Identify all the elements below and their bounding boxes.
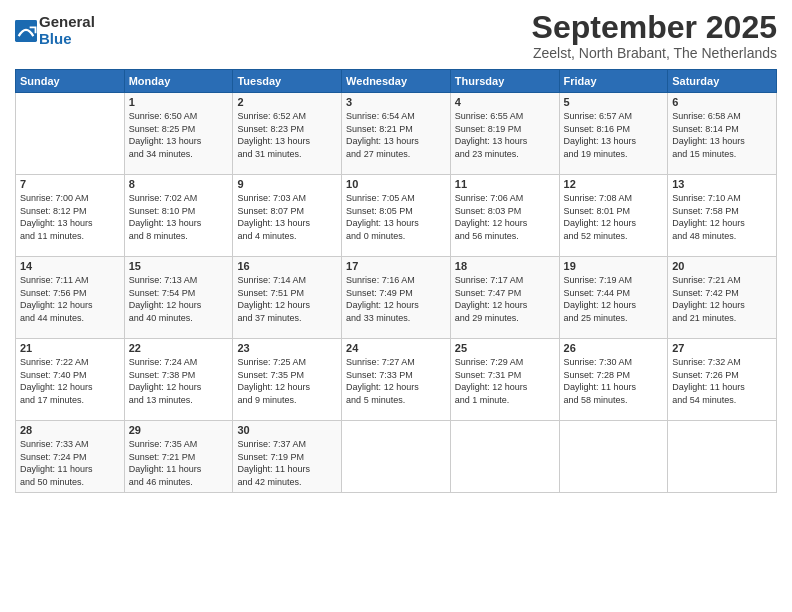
- day-info: Sunrise: 6:52 AM Sunset: 8:23 PM Dayligh…: [237, 110, 337, 160]
- calendar-header: Sunday Monday Tuesday Wednesday Thursday…: [16, 70, 777, 93]
- day-info: Sunrise: 7:17 AM Sunset: 7:47 PM Dayligh…: [455, 274, 555, 324]
- table-row: [559, 421, 668, 492]
- day-info: Sunrise: 7:29 AM Sunset: 7:31 PM Dayligh…: [455, 356, 555, 406]
- table-row: 23Sunrise: 7:25 AM Sunset: 7:35 PM Dayli…: [233, 339, 342, 421]
- header-friday: Friday: [559, 70, 668, 93]
- day-info: Sunrise: 7:06 AM Sunset: 8:03 PM Dayligh…: [455, 192, 555, 242]
- table-row: 20Sunrise: 7:21 AM Sunset: 7:42 PM Dayli…: [668, 257, 777, 339]
- table-row: 15Sunrise: 7:13 AM Sunset: 7:54 PM Dayli…: [124, 257, 233, 339]
- day-info: Sunrise: 7:25 AM Sunset: 7:35 PM Dayligh…: [237, 356, 337, 406]
- day-info: Sunrise: 6:54 AM Sunset: 8:21 PM Dayligh…: [346, 110, 446, 160]
- day-number: 22: [129, 342, 229, 354]
- table-row: 3Sunrise: 6:54 AM Sunset: 8:21 PM Daylig…: [342, 93, 451, 175]
- day-number: 1: [129, 96, 229, 108]
- day-info: Sunrise: 7:35 AM Sunset: 7:21 PM Dayligh…: [129, 438, 229, 488]
- table-row: 24Sunrise: 7:27 AM Sunset: 7:33 PM Dayli…: [342, 339, 451, 421]
- table-row: 1Sunrise: 6:50 AM Sunset: 8:25 PM Daylig…: [124, 93, 233, 175]
- day-number: 10: [346, 178, 446, 190]
- day-number: 28: [20, 424, 120, 436]
- day-info: Sunrise: 7:30 AM Sunset: 7:28 PM Dayligh…: [564, 356, 664, 406]
- day-number: 21: [20, 342, 120, 354]
- day-info: Sunrise: 6:58 AM Sunset: 8:14 PM Dayligh…: [672, 110, 772, 160]
- day-number: 2: [237, 96, 337, 108]
- day-info: Sunrise: 7:37 AM Sunset: 7:19 PM Dayligh…: [237, 438, 337, 488]
- table-row: 19Sunrise: 7:19 AM Sunset: 7:44 PM Dayli…: [559, 257, 668, 339]
- day-number: 14: [20, 260, 120, 272]
- day-number: 13: [672, 178, 772, 190]
- table-row: 16Sunrise: 7:14 AM Sunset: 7:51 PM Dayli…: [233, 257, 342, 339]
- day-info: Sunrise: 6:55 AM Sunset: 8:19 PM Dayligh…: [455, 110, 555, 160]
- header-thursday: Thursday: [450, 70, 559, 93]
- page: General Blue September 2025 Zeelst, Nort…: [0, 0, 792, 612]
- logo-icon: [15, 20, 37, 42]
- table-row: 4Sunrise: 6:55 AM Sunset: 8:19 PM Daylig…: [450, 93, 559, 175]
- table-row: 5Sunrise: 6:57 AM Sunset: 8:16 PM Daylig…: [559, 93, 668, 175]
- header: General Blue September 2025 Zeelst, Nort…: [15, 10, 777, 61]
- day-info: Sunrise: 7:33 AM Sunset: 7:24 PM Dayligh…: [20, 438, 120, 488]
- day-info: Sunrise: 7:22 AM Sunset: 7:40 PM Dayligh…: [20, 356, 120, 406]
- day-number: 26: [564, 342, 664, 354]
- table-row: 29Sunrise: 7:35 AM Sunset: 7:21 PM Dayli…: [124, 421, 233, 492]
- header-row: Sunday Monday Tuesday Wednesday Thursday…: [16, 70, 777, 93]
- day-info: Sunrise: 7:24 AM Sunset: 7:38 PM Dayligh…: [129, 356, 229, 406]
- table-row: 28Sunrise: 7:33 AM Sunset: 7:24 PM Dayli…: [16, 421, 125, 492]
- logo-blue-text: Blue: [39, 31, 95, 48]
- table-row: 22Sunrise: 7:24 AM Sunset: 7:38 PM Dayli…: [124, 339, 233, 421]
- day-info: Sunrise: 7:08 AM Sunset: 8:01 PM Dayligh…: [564, 192, 664, 242]
- day-info: Sunrise: 7:14 AM Sunset: 7:51 PM Dayligh…: [237, 274, 337, 324]
- day-number: 9: [237, 178, 337, 190]
- table-row: 7Sunrise: 7:00 AM Sunset: 8:12 PM Daylig…: [16, 175, 125, 257]
- day-number: 27: [672, 342, 772, 354]
- day-number: 11: [455, 178, 555, 190]
- table-row: 21Sunrise: 7:22 AM Sunset: 7:40 PM Dayli…: [16, 339, 125, 421]
- table-row: [668, 421, 777, 492]
- header-sunday: Sunday: [16, 70, 125, 93]
- month-title: September 2025: [532, 10, 777, 45]
- day-info: Sunrise: 7:16 AM Sunset: 7:49 PM Dayligh…: [346, 274, 446, 324]
- day-info: Sunrise: 7:10 AM Sunset: 7:58 PM Dayligh…: [672, 192, 772, 242]
- calendar-table: Sunday Monday Tuesday Wednesday Thursday…: [15, 69, 777, 492]
- table-row: 27Sunrise: 7:32 AM Sunset: 7:26 PM Dayli…: [668, 339, 777, 421]
- logo-text: General Blue: [39, 14, 95, 47]
- table-row: 8Sunrise: 7:02 AM Sunset: 8:10 PM Daylig…: [124, 175, 233, 257]
- table-row: 10Sunrise: 7:05 AM Sunset: 8:05 PM Dayli…: [342, 175, 451, 257]
- day-number: 3: [346, 96, 446, 108]
- day-info: Sunrise: 7:11 AM Sunset: 7:56 PM Dayligh…: [20, 274, 120, 324]
- day-info: Sunrise: 6:57 AM Sunset: 8:16 PM Dayligh…: [564, 110, 664, 160]
- title-block: September 2025 Zeelst, North Brabant, Th…: [532, 10, 777, 61]
- table-row: 2Sunrise: 6:52 AM Sunset: 8:23 PM Daylig…: [233, 93, 342, 175]
- day-info: Sunrise: 7:32 AM Sunset: 7:26 PM Dayligh…: [672, 356, 772, 406]
- day-number: 7: [20, 178, 120, 190]
- header-wednesday: Wednesday: [342, 70, 451, 93]
- day-number: 23: [237, 342, 337, 354]
- day-number: 25: [455, 342, 555, 354]
- location: Zeelst, North Brabant, The Netherlands: [532, 45, 777, 61]
- table-row: 18Sunrise: 7:17 AM Sunset: 7:47 PM Dayli…: [450, 257, 559, 339]
- day-number: 16: [237, 260, 337, 272]
- calendar-body: 1Sunrise: 6:50 AM Sunset: 8:25 PM Daylig…: [16, 93, 777, 492]
- day-info: Sunrise: 7:27 AM Sunset: 7:33 PM Dayligh…: [346, 356, 446, 406]
- header-saturday: Saturday: [668, 70, 777, 93]
- day-number: 4: [455, 96, 555, 108]
- day-number: 17: [346, 260, 446, 272]
- day-number: 29: [129, 424, 229, 436]
- table-row: 9Sunrise: 7:03 AM Sunset: 8:07 PM Daylig…: [233, 175, 342, 257]
- table-row: 30Sunrise: 7:37 AM Sunset: 7:19 PM Dayli…: [233, 421, 342, 492]
- table-row: 17Sunrise: 7:16 AM Sunset: 7:49 PM Dayli…: [342, 257, 451, 339]
- day-number: 12: [564, 178, 664, 190]
- day-info: Sunrise: 7:21 AM Sunset: 7:42 PM Dayligh…: [672, 274, 772, 324]
- table-row: [450, 421, 559, 492]
- day-number: 24: [346, 342, 446, 354]
- day-info: Sunrise: 7:03 AM Sunset: 8:07 PM Dayligh…: [237, 192, 337, 242]
- day-info: Sunrise: 7:02 AM Sunset: 8:10 PM Dayligh…: [129, 192, 229, 242]
- day-number: 30: [237, 424, 337, 436]
- day-number: 5: [564, 96, 664, 108]
- table-row: 12Sunrise: 7:08 AM Sunset: 8:01 PM Dayli…: [559, 175, 668, 257]
- header-monday: Monday: [124, 70, 233, 93]
- day-info: Sunrise: 7:19 AM Sunset: 7:44 PM Dayligh…: [564, 274, 664, 324]
- day-number: 15: [129, 260, 229, 272]
- day-number: 8: [129, 178, 229, 190]
- table-row: 6Sunrise: 6:58 AM Sunset: 8:14 PM Daylig…: [668, 93, 777, 175]
- table-row: [16, 93, 125, 175]
- day-number: 20: [672, 260, 772, 272]
